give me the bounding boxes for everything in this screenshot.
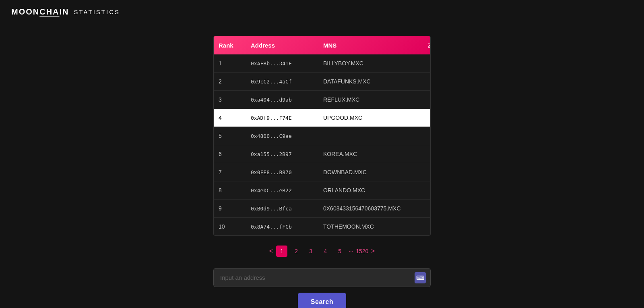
cell-address: 0xAFBb...341E (246, 54, 318, 72)
cell-address: 0x4e0C...eB22 (246, 181, 318, 199)
pagination-page-2[interactable]: 2 (291, 246, 302, 257)
cell-mns (318, 127, 423, 145)
cell-rank: 10 (214, 218, 246, 235)
pagination-dots: ··· (349, 248, 353, 254)
cell-address: 0x8A74...fFCb (246, 218, 318, 235)
cell-zks: 2025000 (423, 109, 431, 127)
logo-chain: CHA (39, 7, 59, 16)
logo-moon: MOON (11, 7, 39, 16)
cell-zks: 1755500 (423, 181, 431, 199)
table-row: 5 0x4800...C9ae 1823000 (214, 127, 430, 145)
pagination-prev[interactable]: < (269, 248, 273, 255)
col-header-mns: MNS (318, 36, 423, 54)
keyboard-icon: ⌨ (415, 272, 426, 283)
table-row: 6 0xa155...2B97 KOREA.MXC 1803000 (214, 145, 430, 163)
table-row: 9 0xB0d9...Bfca 0X608433156470603775.MXC… (214, 200, 430, 218)
cell-mns: TOTHEMOON.MXC (318, 218, 423, 235)
table-row: 10 0x8A74...fFCb TOTHEMOON.MXC 1752500 (214, 218, 430, 235)
table-row: 4 0xADf9...F74E UPGOOD.MXC 2025000 (214, 109, 430, 127)
col-header-address: Address (246, 36, 318, 54)
search-input-wrapper: ⌨ (213, 268, 431, 287)
cell-rank: 7 (214, 163, 246, 181)
cell-mns: KOREA.MXC (318, 145, 423, 163)
table-row: 3 0xa404...d9ab REFLUX.MXC 2059300 (214, 91, 430, 109)
pagination-page-5[interactable]: 5 (334, 246, 345, 257)
table-row: 1 0xAFBb...341E BILLYBOY.MXC 2741700 (214, 54, 430, 73)
cell-mns: 0X608433156470603775.MXC (318, 200, 423, 217)
cell-address: 0xa404...d9ab (246, 91, 318, 108)
col-header-zks: ZKS (423, 36, 431, 54)
table-body: 1 0xAFBb...341E BILLYBOY.MXC 2741700 2 0… (214, 54, 430, 235)
cell-mns: ORLANDO.MXC (318, 181, 423, 199)
keyboard-icon-symbol: ⌨ (416, 275, 424, 281)
pagination-page-1[interactable]: 1 (276, 246, 287, 257)
pagination: < 1 2 3 4 5 ··· 1520 > (269, 246, 375, 257)
search-button[interactable]: Search (298, 293, 346, 308)
pagination-page-4[interactable]: 4 (320, 246, 331, 257)
table-header-row: Rank Address MNS ZKS (214, 36, 430, 54)
stats-label: STATISTICS (74, 8, 120, 15)
logo-in: IN (60, 7, 69, 16)
cell-address: 0xB0d9...Bfca (246, 200, 318, 217)
cell-address: 0x9cC2...4aCf (246, 73, 318, 90)
cell-rank: 9 (214, 200, 246, 217)
table-row: 7 0x0FE8...B870 DOWNBAD.MXC 1799500 (214, 163, 430, 181)
cell-mns: REFLUX.MXC (318, 91, 423, 108)
cell-zks: 2059300 (423, 91, 431, 108)
cell-address: 0x0FE8...B870 (246, 163, 318, 181)
cell-zks: 1803000 (423, 145, 431, 163)
cell-zks: 1823000 (423, 127, 431, 145)
logo: MOONCHAIN (11, 7, 69, 17)
cell-zks: 1799500 (423, 163, 431, 181)
pagination-next[interactable]: > (371, 248, 375, 255)
cell-rank: 8 (214, 181, 246, 199)
leaderboard-table: Rank Address MNS ZKS 1 0xAFBb...341E BIL… (213, 36, 431, 236)
col-header-rank: Rank (214, 36, 246, 54)
cell-mns: BILLYBOY.MXC (318, 54, 423, 72)
cell-rank: 4 (214, 109, 246, 127)
cell-rank: 6 (214, 145, 246, 163)
cell-rank: 1 (214, 54, 246, 72)
cell-rank: 2 (214, 73, 246, 90)
main-content: Rank Address MNS ZKS 1 0xAFBb...341E BIL… (0, 24, 644, 308)
address-search-input[interactable] (213, 268, 431, 287)
pagination-page-3[interactable]: 3 (305, 246, 316, 257)
cell-mns: DATAFUNKS.MXC (318, 73, 423, 90)
cell-zks: 2238900 (423, 73, 431, 90)
cell-zks: 1754000 (423, 200, 431, 217)
cell-rank: 5 (214, 127, 246, 145)
cell-rank: 3 (214, 91, 246, 108)
header: MOONCHAIN STATISTICS (0, 0, 644, 24)
search-area: ⌨ Search (213, 268, 431, 308)
table-row: 8 0x4e0C...eB22 ORLANDO.MXC 1755500 (214, 181, 430, 200)
table-row: 2 0x9cC2...4aCf DATAFUNKS.MXC 2238900 (214, 73, 430, 91)
cell-address: 0x4800...C9ae (246, 127, 318, 145)
cell-zks: 1752500 (423, 218, 431, 235)
cell-address: 0xa155...2B97 (246, 145, 318, 163)
cell-mns: UPGOOD.MXC (318, 109, 423, 127)
cell-address: 0xADf9...F74E (246, 109, 318, 127)
cell-zks: 2741700 (423, 54, 431, 72)
cell-mns: DOWNBAD.MXC (318, 163, 423, 181)
pagination-last-page[interactable]: 1520 (357, 246, 368, 257)
